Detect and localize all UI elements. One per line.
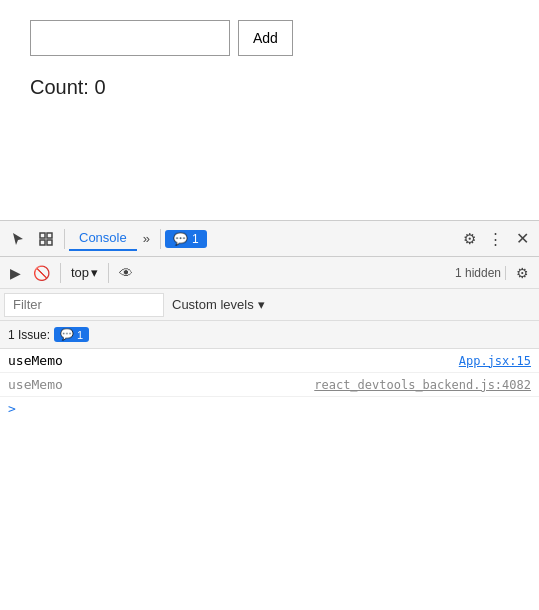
toolbar-divider-4: [108, 263, 109, 283]
custom-levels-button[interactable]: Custom levels ▾: [164, 294, 273, 315]
filter-input[interactable]: [4, 293, 164, 317]
dots-button[interactable]: ⋮: [482, 226, 510, 252]
cursor-symbol: >: [8, 401, 16, 416]
close-button[interactable]: ✕: [510, 225, 535, 252]
log-text: useMemo: [8, 377, 63, 392]
log-filename-link[interactable]: react_devtools_backend.js:4082: [314, 378, 531, 392]
badge-button[interactable]: 💬 1: [165, 230, 207, 248]
svg-rect-0: [40, 233, 45, 238]
toolbar-divider-1: [64, 229, 65, 249]
gear-button[interactable]: ⚙: [457, 226, 482, 252]
app-area: Add Count: 0: [0, 0, 539, 220]
tab-console[interactable]: Console: [69, 226, 137, 251]
issues-badge-icon: 💬: [60, 328, 74, 341]
top-arrow-icon: ▾: [91, 265, 98, 280]
issues-label: 1 Issue:: [8, 328, 50, 342]
console-settings-btn[interactable]: ⚙: [510, 262, 535, 284]
badge-chat-icon: 💬: [173, 232, 188, 246]
log-row: useMemo react_devtools_backend.js:4082: [0, 373, 539, 397]
devtools-toolbar-1: Console » 💬 1 ⚙ ⋮ ✕: [0, 221, 539, 257]
eye-button[interactable]: 👁: [113, 262, 139, 284]
log-filename-link[interactable]: App.jsx:15: [459, 354, 531, 368]
issues-count-badge: 💬 1: [54, 327, 89, 342]
add-button[interactable]: Add: [238, 20, 293, 56]
cursor-icon-btn[interactable]: [4, 227, 32, 251]
no-entry-button[interactable]: 🚫: [27, 262, 56, 284]
cursor-row[interactable]: >: [0, 397, 539, 420]
text-input[interactable]: [30, 20, 230, 56]
issues-row: 1 Issue: 💬 1: [0, 321, 539, 349]
svg-rect-1: [47, 233, 52, 238]
log-text: useMemo: [8, 353, 63, 368]
log-row: useMemo App.jsx:15: [0, 349, 539, 373]
top-dropdown[interactable]: top ▾: [65, 262, 104, 283]
custom-levels-arrow-icon: ▾: [258, 297, 265, 312]
issues-badge-count: 1: [77, 329, 83, 341]
filter-row: Custom levels ▾: [0, 289, 539, 321]
box-icon-btn[interactable]: [32, 227, 60, 251]
toolbar-divider-3: [60, 263, 61, 283]
count-label: Count: 0: [30, 76, 509, 99]
play-button[interactable]: ▶: [4, 262, 27, 284]
devtools-panel: Console » 💬 1 ⚙ ⋮ ✕ ▶ 🚫 top ▾ 👁 1 hidden…: [0, 220, 539, 610]
svg-rect-3: [47, 240, 52, 245]
console-log-area: useMemo App.jsx:15 useMemo react_devtool…: [0, 349, 539, 610]
svg-rect-2: [40, 240, 45, 245]
toolbar-divider-2: [160, 229, 161, 249]
hidden-count: 1 hidden: [455, 266, 506, 280]
tab-more-btn[interactable]: »: [137, 227, 156, 250]
issues-badge: 1 Issue: 💬 1: [8, 327, 89, 342]
devtools-toolbar-2: ▶ 🚫 top ▾ 👁 1 hidden ⚙: [0, 257, 539, 289]
badge-count: 1: [192, 232, 199, 246]
input-row: Add: [30, 20, 509, 56]
top-label: top: [71, 265, 89, 280]
custom-levels-label: Custom levels: [172, 297, 254, 312]
